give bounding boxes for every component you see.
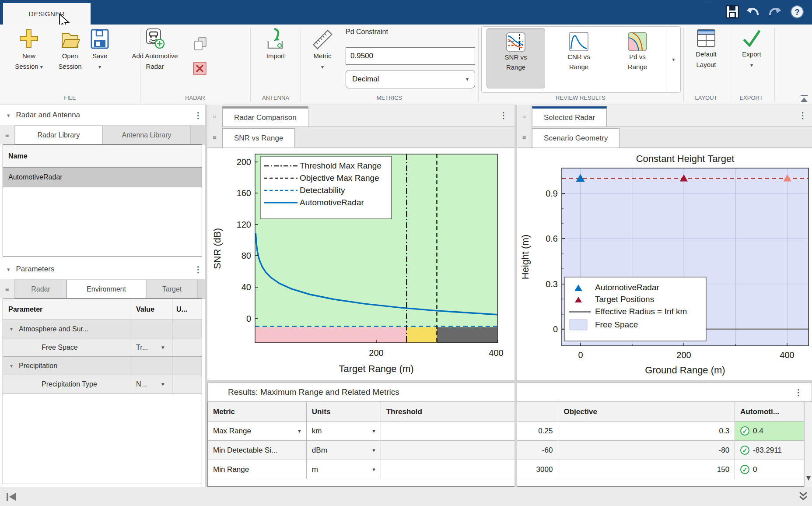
results-scrollbar[interactable]: [804, 402, 812, 487]
cell-dropdown-icon[interactable]: ▾: [372, 466, 375, 473]
units-cell[interactable]: km▾: [307, 422, 381, 440]
copy-radar-icon[interactable]: [192, 36, 208, 53]
save-dropdown-icon[interactable]: ▾: [98, 64, 101, 70]
metric-cell[interactable]: Min Range: [208, 460, 307, 479]
drag-grip-icon[interactable]: ≡: [207, 126, 222, 148]
drag-grip-icon[interactable]: ≡: [0, 125, 15, 144]
save-button[interactable]: Save ▾: [86, 28, 114, 72]
metric-label: Metric: [314, 52, 332, 60]
drag-grip-icon[interactable]: ≡: [207, 105, 222, 126]
collapse-panel-icon[interactable]: [797, 490, 809, 503]
pd-vs-range-button[interactable]: Pd vs Range: [611, 28, 664, 88]
snr-vs-range-button[interactable]: SNR vs Range: [486, 28, 545, 88]
radar-value-cell: ✓-83.2911: [735, 441, 804, 460]
export-button[interactable]: Export ▾: [732, 28, 772, 70]
help-icon[interactable]: ?: [791, 6, 803, 18]
objective-cell[interactable]: 0.3: [558, 422, 735, 440]
horizontal-splitter[interactable]: [207, 380, 812, 383]
radar-antenna-menu-icon[interactable]: ⋮: [192, 110, 205, 120]
cell-dropdown-icon[interactable]: ▾: [298, 428, 301, 434]
geometry-title: Constant Height Target: [636, 153, 735, 164]
param-row-precipitation-type[interactable]: Precipitation Type N... ▾: [3, 375, 202, 394]
objective-cell[interactable]: -80: [558, 441, 735, 460]
import-button[interactable]: Import: [255, 28, 297, 61]
vertical-splitter[interactable]: [205, 105, 207, 487]
threshold-cell[interactable]: 3000: [381, 460, 559, 479]
gallery-dropdown[interactable]: ▾: [666, 27, 681, 92]
tab-radar[interactable]: Radar: [15, 280, 66, 298]
go-to-start-icon[interactable]: [5, 492, 18, 502]
legend-automotive-radar: AutomotiveRadar: [595, 283, 659, 292]
panel-menu-icon[interactable]: ⋮: [796, 110, 809, 120]
pd-button-label2: Range: [628, 63, 647, 70]
open-session-button[interactable]: Open Session: [49, 28, 91, 72]
results-menu-icon[interactable]: ⋮: [792, 387, 805, 397]
cnr-vs-range-button[interactable]: CNR vs Range: [550, 28, 608, 88]
threshold-cell[interactable]: -60: [381, 441, 559, 460]
metric-dropdown-icon[interactable]: ▾: [321, 64, 324, 70]
units-cell[interactable]: m▾: [307, 460, 381, 479]
undo-icon[interactable]: [746, 8, 758, 15]
scroll-down-icon[interactable]: [805, 472, 812, 485]
tab-designer[interactable]: DESIGNER: [3, 3, 91, 25]
results-header-row: MetricUnitsThresholdObjectiveAutomoti...: [208, 402, 804, 422]
tab-snr-vs-range[interactable]: SNR vs Range: [222, 128, 295, 148]
collapse-icon[interactable]: ▾: [7, 112, 10, 119]
free-space-dropdown-icon[interactable]: ▾: [161, 344, 164, 351]
delete-radar-icon[interactable]: [192, 61, 207, 76]
snr-vs-range-chart[interactable]: 0 40 80 120 160 200 200 400 SNR (dB) Tar…: [207, 148, 514, 380]
cell-dropdown-icon[interactable]: ▾: [372, 447, 375, 453]
format-select[interactable]: Decimal ▾: [346, 70, 475, 88]
results-row-min-detectable-si---[interactable]: Min Detectable Si...dBm▾-60-80✓-83.2911: [208, 441, 804, 460]
free-space-value[interactable]: Tr...: [136, 344, 148, 351]
collapse-icon[interactable]: ▾: [7, 266, 10, 273]
results-row-min-range[interactable]: Min Rangem▾3000150✓0: [208, 460, 804, 479]
quick-access-toolbar: ?: [704, 0, 812, 25]
threshold-cell[interactable]: 0.25: [381, 422, 559, 440]
drag-grip-icon[interactable]: ≡: [517, 126, 532, 148]
quick-save-icon[interactable]: [726, 6, 738, 18]
group-collapse-icon[interactable]: ▾: [10, 326, 13, 332]
pd-constraint-input[interactable]: [346, 47, 475, 65]
tab-selected-radar[interactable]: Selected Radar: [532, 106, 607, 126]
new-session-button[interactable]: New Session ▾: [8, 28, 50, 72]
units-cell[interactable]: dBm▾: [307, 441, 381, 460]
tab-scenario-geometry[interactable]: Scenario Geometry: [532, 128, 620, 148]
panel-tab-bar: ≡ Radar Comparison ⋮: [207, 105, 514, 127]
tab-environment[interactable]: Environment: [66, 280, 146, 298]
default-layout-button[interactable]: Default Layout: [685, 28, 727, 70]
param-row-free-space[interactable]: Free Space Tr... ▾: [3, 338, 202, 357]
tab-radar-comparison[interactable]: Radar Comparison: [222, 106, 308, 126]
results-col-automoti: Automoti...: [735, 402, 804, 421]
tab-antenna-library[interactable]: Antenna Library: [102, 126, 191, 144]
ytick: 120: [237, 220, 251, 229]
precipitation-type-value[interactable]: N...: [136, 380, 147, 388]
selected-radar-panel: ≡ Selected Radar ⋮ ≡ Scenario Geometry C…: [517, 105, 812, 380]
scenario-geometry-chart[interactable]: Constant Height Target 0 0.3 0.6 0.9 0 2…: [517, 148, 812, 380]
export-dropdown-icon[interactable]: ▾: [750, 62, 753, 68]
tab-target[interactable]: Target: [146, 280, 198, 298]
param-row-atmosphere[interactable]: ▾ Atmosphere and Sur...: [3, 320, 202, 338]
objective-cell[interactable]: 150: [558, 460, 735, 479]
tab-radar-library[interactable]: Radar Library: [15, 126, 102, 144]
metric-cell[interactable]: Min Detectable Si...: [208, 441, 307, 460]
drag-grip-icon[interactable]: ≡: [517, 105, 532, 126]
param-row-precipitation[interactable]: ▾ Precipitation: [3, 357, 202, 375]
new-session-dropdown-icon[interactable]: ▾: [40, 64, 43, 70]
drag-grip-icon[interactable]: ≡: [0, 279, 15, 299]
redo-icon[interactable]: [770, 8, 781, 15]
list-item-automotive-radar[interactable]: AutomotiveRadar: [3, 168, 202, 187]
precipitation-type-dropdown-icon[interactable]: ▾: [161, 381, 164, 387]
results-row-max-range[interactable]: Max Range▾km▾0.250.3✓0.4: [208, 422, 804, 441]
parameters-menu-icon[interactable]: ⋮: [192, 264, 205, 274]
metric-button[interactable]: Metric ▾: [305, 28, 340, 72]
vertical-splitter[interactable]: [514, 105, 517, 487]
metric-cell[interactable]: Max Range▾: [208, 422, 307, 440]
snr-button-label2: Range: [506, 63, 525, 71]
cnr-button-label: CNR vs: [567, 53, 590, 60]
cell-dropdown-icon[interactable]: ▾: [372, 428, 375, 434]
add-automotive-radar-button[interactable]: Add Automotive Radar: [124, 28, 186, 72]
collapse-ribbon-icon[interactable]: [799, 94, 809, 103]
panel-menu-icon[interactable]: ⋮: [497, 110, 510, 120]
group-collapse-icon[interactable]: ▾: [10, 363, 13, 369]
